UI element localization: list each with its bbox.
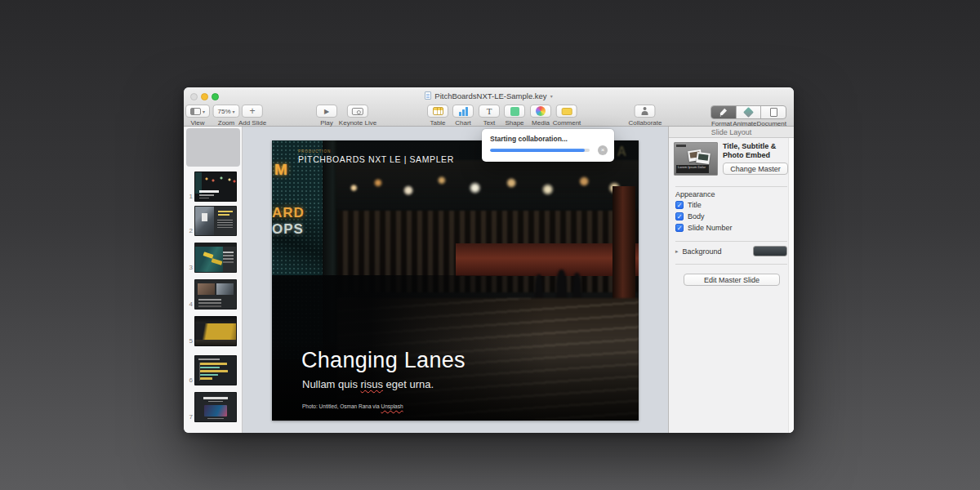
- credit-prefix: Photo: Untitled, Osman Rana via: [302, 403, 381, 409]
- title-checkbox-row[interactable]: ✓ Title: [675, 201, 702, 209]
- view-icon: [190, 108, 201, 115]
- play-label: Play: [320, 119, 333, 127]
- background-label: Background: [683, 247, 722, 256]
- slide-navigator: 1 2 3 4: [184, 127, 243, 433]
- subtitle-part: eget urna.: [383, 378, 434, 390]
- sidebar-scrollbar[interactable]: [788, 138, 794, 433]
- window-chrome: PitchBoardsNXT-LE-Sample.key ▾ ▾ View 75…: [184, 87, 794, 127]
- comment-icon: [562, 108, 572, 115]
- text-icon: T: [487, 107, 492, 116]
- slide-thumbnail-2[interactable]: 2: [184, 206, 243, 236]
- edit-master-slide-button[interactable]: Edit Master Slide: [684, 274, 780, 286]
- slide-number: 4: [186, 301, 193, 308]
- red-wall-band: [456, 243, 639, 276]
- zoom-label: Zoom: [218, 119, 234, 127]
- paintbrush-icon: [719, 108, 728, 117]
- plus-icon: +: [249, 107, 255, 115]
- animate-diamond-icon: [743, 107, 754, 118]
- chart-label: Chart: [455, 119, 471, 127]
- slide-number-checkbox-label: Slide Number: [688, 224, 733, 232]
- body-checkbox-row[interactable]: ✓ Body: [675, 212, 705, 220]
- slide-thumbnail-1[interactable]: 1: [184, 172, 243, 202]
- slide-number: 7: [186, 413, 193, 421]
- appearance-label: Appearance: [675, 190, 715, 198]
- add-slide-button[interactable]: + Add Slide: [238, 105, 266, 127]
- body-checkbox[interactable]: ✓: [675, 212, 684, 220]
- slide-eyebrow-text[interactable]: PRODUCTION: [298, 149, 331, 154]
- ceiling-lights: [336, 160, 639, 211]
- insert-chart-button[interactable]: Chart: [452, 105, 474, 127]
- thumbnail-image: [194, 243, 237, 273]
- slide-thumbnail-4[interactable]: 4: [184, 279, 243, 310]
- insert-media-button[interactable]: Media: [530, 105, 551, 127]
- chart-icon: [459, 107, 468, 116]
- title-checkbox[interactable]: ✓: [675, 201, 684, 209]
- chevron-down-icon: ▾: [233, 109, 235, 114]
- background-row: ▸ Background: [675, 246, 787, 256]
- collaboration-popup: Starting collaboration... ×: [482, 129, 614, 162]
- zoom-value: 75%: [217, 108, 230, 115]
- slide-header-text[interactable]: PITCHBOARDS NXT LE | SAMPLER: [298, 154, 454, 164]
- slide-number-checkbox-row[interactable]: ✓ Slide Number: [675, 224, 733, 232]
- document-proxy-icon[interactable]: [425, 91, 431, 100]
- document-panel-button[interactable]: [761, 106, 786, 118]
- chevron-down-icon: ▾: [203, 109, 205, 114]
- current-slide[interactable]: M ARD OPS IIA PRODUCTION PITCHBOARDS NXT…: [272, 140, 639, 421]
- progress-fill: [490, 149, 585, 152]
- thumbnail-image: [194, 392, 237, 422]
- insert-table-button[interactable]: Table: [427, 105, 448, 127]
- neon-letters-ops: OPS: [272, 222, 304, 236]
- change-master-button[interactable]: Change Master: [723, 163, 788, 175]
- divider: [675, 186, 787, 187]
- cancel-collaboration-button[interactable]: ×: [598, 145, 608, 155]
- view-button[interactable]: ▾ View: [185, 105, 210, 127]
- format-panel-button[interactable]: [711, 106, 737, 118]
- inspector-segmented-control: [710, 105, 786, 119]
- subtitle-misspelled-word: risus: [361, 378, 383, 390]
- popup-message: Starting collaboration...: [490, 135, 568, 143]
- subtitle-part: Nullam quis: [302, 378, 361, 390]
- play-icon: ▶: [324, 108, 329, 115]
- divider: [675, 264, 787, 265]
- background-color-well[interactable]: [753, 246, 787, 256]
- slide-thumbnail-5[interactable]: 5: [184, 316, 243, 346]
- keynote-live-button[interactable]: Keynote Live: [339, 105, 376, 127]
- slide-thumbnail-3[interactable]: 3: [184, 243, 243, 273]
- slide-subtitle-text[interactable]: Nullam quis risus eget urna.: [302, 378, 434, 390]
- slide-number: 1: [186, 193, 193, 200]
- photo-credit-text[interactable]: Photo: Untitled, Osman Rana via Unsplash: [302, 403, 403, 409]
- content-area: 1 2 3 4: [184, 127, 794, 433]
- view-label: View: [190, 119, 204, 127]
- titlebar: PitchBoardsNXT-LE-Sample.key ▾: [184, 87, 794, 104]
- animate-panel-button[interactable]: [737, 106, 762, 118]
- slide-number-checkbox[interactable]: ✓: [675, 224, 684, 232]
- slide-thumbnail-7[interactable]: 7: [184, 392, 243, 422]
- slide-layout-preview[interactable]: Lorem Ipsum Dolor: [674, 142, 718, 176]
- disclosure-triangle-icon[interactable]: ▸: [675, 248, 679, 255]
- slide-thumbnail-6[interactable]: 6: [184, 355, 243, 385]
- thumbnail-image: [194, 316, 237, 346]
- title-checkbox-label: Title: [688, 201, 702, 209]
- media-icon: [536, 106, 546, 116]
- slide-number: 5: [186, 337, 193, 345]
- insert-comment-button[interactable]: Comment: [553, 105, 581, 127]
- table-label: Table: [430, 119, 445, 127]
- add-slide-label: Add Slide: [238, 119, 266, 127]
- collaborate-button[interactable]: Collaborate: [629, 105, 662, 127]
- thumbnail-image: [194, 206, 237, 236]
- divider: [675, 241, 787, 242]
- slide-number: 6: [186, 376, 193, 384]
- keynote-window: PitchBoardsNXT-LE-Sample.key ▾ ▾ View 75…: [184, 87, 794, 433]
- slide-title-text[interactable]: Changing Lanes: [301, 348, 466, 373]
- preview-topbar: [676, 145, 686, 147]
- preview-photo-icon: [696, 152, 710, 164]
- title-chevron-icon[interactable]: ▾: [550, 93, 553, 99]
- zoom-control[interactable]: 75%▾ Zoom: [212, 105, 239, 127]
- slide-canvas[interactable]: M ARD OPS IIA PRODUCTION PITCHBOARDS NXT…: [243, 127, 668, 433]
- credit-link[interactable]: Unsplash: [381, 403, 403, 409]
- play-button[interactable]: ▶ Play: [316, 105, 337, 127]
- thumbnail-image: [194, 355, 237, 385]
- insert-shape-button[interactable]: Shape: [504, 105, 525, 127]
- format-inspector: Slide Layout Lorem Ipsum Dolor Title, Su…: [668, 127, 794, 433]
- insert-text-button[interactable]: T Text: [479, 105, 500, 127]
